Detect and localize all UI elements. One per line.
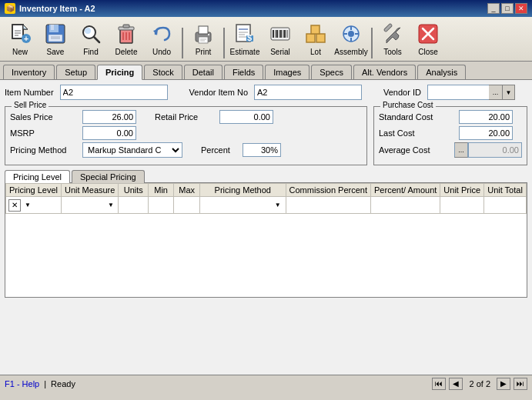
pricing-sub-tabs: Pricing Level Special Pricing bbox=[5, 170, 527, 183]
prev-page-button[interactable]: ◀ bbox=[449, 378, 463, 390]
unit-measure-dropdown[interactable]: ▼ bbox=[106, 199, 116, 212]
tab-inventory[interactable]: Inventory bbox=[3, 65, 55, 79]
percent-amount-cell[interactable] bbox=[371, 197, 440, 214]
estimate-button[interactable]: $ Estimate bbox=[228, 19, 262, 58]
tab-setup[interactable]: Setup bbox=[56, 65, 95, 79]
item-number-input[interactable] bbox=[60, 85, 168, 100]
lot-button[interactable]: Lot bbox=[299, 19, 333, 58]
close-label: Close bbox=[418, 48, 438, 56]
commission-percent-input[interactable] bbox=[289, 198, 368, 212]
lot-icon bbox=[303, 22, 328, 46]
status-left: F1 - Help | Ready bbox=[5, 379, 75, 388]
standard-cost-input[interactable] bbox=[459, 110, 513, 124]
window-controls: _ □ ✕ bbox=[487, 3, 527, 14]
unit-total-cell[interactable] bbox=[484, 197, 527, 214]
lot-label: Lot bbox=[310, 48, 321, 56]
col-pricing-level: Pricing Level bbox=[6, 184, 62, 197]
find-button[interactable]: Find bbox=[74, 19, 108, 58]
unit-total-input[interactable] bbox=[487, 198, 524, 212]
item-number-row: Item Number Vendor Item No Vendor ID ...… bbox=[5, 85, 527, 100]
standard-cost-label: Standard Cost bbox=[379, 112, 456, 122]
tab-alt-vendors[interactable]: Alt. Vendors bbox=[353, 65, 416, 79]
svg-rect-56 bbox=[383, 23, 392, 32]
average-cost-input[interactable] bbox=[468, 142, 522, 158]
units-cell[interactable] bbox=[119, 197, 149, 214]
assembly-label: Assembly bbox=[334, 48, 367, 56]
svg-text:$: $ bbox=[247, 33, 252, 42]
percent-amount-input[interactable] bbox=[373, 198, 437, 212]
undo-button[interactable]: Undo bbox=[145, 19, 179, 58]
pricing-level-cell: ✕ ▼ bbox=[6, 197, 62, 214]
tab-analysis[interactable]: Analysis bbox=[417, 65, 466, 79]
close-icon bbox=[416, 22, 440, 46]
last-page-button[interactable]: ⏭ bbox=[514, 378, 527, 390]
standard-cost-row: Standard Cost bbox=[379, 110, 522, 124]
tab-specs[interactable]: Specs bbox=[311, 65, 352, 79]
max-input[interactable] bbox=[176, 198, 197, 212]
pricing-method-select[interactable]: Markup Standard C bbox=[82, 142, 182, 158]
save-label: Save bbox=[47, 48, 65, 56]
sales-price-row: Sales Price Retail Price bbox=[10, 110, 362, 124]
tab-images[interactable]: Images bbox=[265, 65, 309, 79]
sales-price-label: Sales Price bbox=[10, 112, 79, 122]
msrp-input[interactable] bbox=[82, 126, 136, 140]
row-dropdown-btn[interactable]: ▼ bbox=[22, 199, 34, 212]
pricing-level-tab[interactable]: Pricing Level bbox=[5, 170, 70, 183]
unit-price-cell[interactable] bbox=[440, 197, 484, 214]
vendor-id-dropdown-button[interactable]: ▼ bbox=[503, 85, 515, 100]
sales-price-input[interactable] bbox=[82, 110, 136, 124]
vendor-id-browse-button[interactable]: ... bbox=[489, 85, 503, 100]
next-page-button[interactable]: ▶ bbox=[497, 378, 510, 390]
vendor-id-input[interactable] bbox=[427, 85, 489, 100]
title-bar: 📦 Inventory Item - A2 _ □ ✕ bbox=[0, 0, 532, 17]
tab-bar: Inventory Setup Pricing Stock Detail Fie… bbox=[0, 62, 532, 80]
tools-button[interactable]: Tools bbox=[376, 19, 410, 58]
min-cell[interactable] bbox=[149, 197, 174, 214]
assembly-icon bbox=[339, 22, 363, 46]
assembly-button[interactable]: Assembly bbox=[334, 19, 368, 58]
new-button[interactable]: + New bbox=[3, 19, 37, 58]
undo-icon bbox=[149, 22, 174, 46]
vendor-id-label: Vendor ID bbox=[383, 88, 421, 97]
save-button[interactable]: Save bbox=[38, 19, 72, 58]
window-title: Inventory Item - A2 bbox=[19, 4, 95, 13]
print-button[interactable]: Print bbox=[186, 19, 220, 58]
retail-price-label: Retail Price bbox=[155, 112, 216, 122]
close-button[interactable]: Close bbox=[411, 19, 445, 58]
tab-pricing[interactable]: Pricing bbox=[97, 65, 142, 80]
max-cell[interactable] bbox=[174, 197, 200, 214]
minimize-button[interactable]: _ bbox=[487, 3, 500, 14]
delete-button[interactable]: Delete bbox=[109, 19, 143, 58]
average-cost-label: Average Cost bbox=[379, 145, 451, 155]
tab-fields[interactable]: Fields bbox=[224, 65, 263, 79]
svg-rect-11 bbox=[51, 25, 54, 30]
last-cost-input[interactable] bbox=[459, 126, 513, 140]
tab-detail[interactable]: Detail bbox=[184, 65, 223, 79]
commission-percent-cell[interactable] bbox=[286, 197, 370, 214]
min-input[interactable] bbox=[151, 198, 171, 212]
pricing-method-row-dropdown[interactable]: ▼ bbox=[273, 199, 283, 212]
serial-button[interactable]: Serial bbox=[263, 19, 297, 58]
percent-input[interactable] bbox=[243, 143, 281, 157]
row-delete-checkbox[interactable]: ✕ bbox=[8, 199, 21, 212]
col-commission-percent: Commission Percent bbox=[286, 184, 370, 197]
average-cost-browse-button[interactable]: ... bbox=[454, 142, 468, 158]
svg-rect-26 bbox=[199, 26, 208, 34]
close-window-button[interactable]: ✕ bbox=[515, 3, 527, 14]
unit-measure-input[interactable] bbox=[64, 198, 106, 212]
maximize-button[interactable]: □ bbox=[501, 3, 514, 14]
pricing-table-container: Pricing Level Unit Measure Units Min Max bbox=[5, 182, 527, 298]
unit-price-input[interactable] bbox=[443, 198, 481, 212]
col-unit-measure: Unit Measure bbox=[61, 184, 118, 197]
undo-label: Undo bbox=[152, 48, 171, 56]
pricing-method-row-input[interactable] bbox=[202, 198, 273, 212]
tab-stock[interactable]: Stock bbox=[144, 65, 182, 79]
estimate-label: Estimate bbox=[230, 48, 260, 56]
main-content: Item Number Vendor Item No Vendor ID ...… bbox=[0, 80, 532, 375]
units-input[interactable] bbox=[121, 198, 146, 212]
special-pricing-tab[interactable]: Special Pricing bbox=[72, 170, 145, 183]
vendor-item-no-input[interactable] bbox=[254, 85, 362, 100]
first-page-button[interactable]: ⏮ bbox=[432, 378, 446, 390]
retail-price-input[interactable] bbox=[219, 110, 273, 124]
find-label: Find bbox=[83, 48, 98, 56]
